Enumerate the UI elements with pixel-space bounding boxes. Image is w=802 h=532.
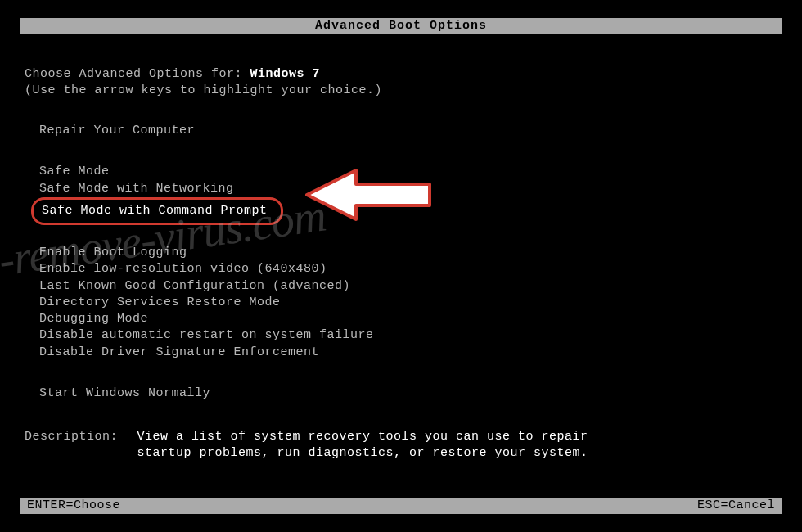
description-line1: View a list of system recovery tools you… [137, 430, 588, 444]
menu-item-start-normal[interactable]: Start Windows Normally [39, 385, 374, 402]
menu-item-disable-driver-sig[interactable]: Disable Driver Signature Enforcement [39, 345, 374, 361]
enter-hint: ENTER=Choose [27, 498, 120, 512]
description-text: View a list of system recovery tools you… [137, 429, 588, 462]
arrow-hint: (Use the arrow keys to highlight your ch… [25, 83, 382, 97]
menu-item-ds-restore[interactable]: Directory Services Restore Mode [39, 295, 374, 311]
os-name: Windows 7 [250, 67, 321, 81]
menu-item-safe-mode-cmd-highlight[interactable]: Safe Mode with Command Prompt [31, 197, 283, 225]
menu-item-debugging[interactable]: Debugging Mode [39, 311, 374, 327]
description-label: Description: [25, 429, 129, 445]
menu-item-last-good[interactable]: Last Known Good Configuration (advanced) [39, 278, 374, 295]
menu-item-repair[interactable]: Repair Your Computer [39, 123, 374, 139]
title-text: Advanced Boot Options [315, 19, 487, 33]
menu-item-boot-logging[interactable]: Enable Boot Logging [39, 245, 374, 261]
menu-item-low-res[interactable]: Enable low-resolution video (640x480) [39, 261, 374, 277]
esc-hint: ESC=Cancel [697, 498, 775, 514]
menu-item-disable-restart[interactable]: Disable automatic restart on system fail… [39, 327, 374, 344]
bottom-bar: ENTER=Choose ESC=Cancel [20, 498, 782, 514]
boot-menu: Repair Your Computer Safe Mode Safe Mode… [39, 123, 374, 402]
arrow-annotation-icon [299, 166, 438, 223]
description-line2: startup problems, run diagnostics, or re… [137, 446, 588, 460]
choose-line: Choose Advanced Options for: Windows 7 [25, 67, 320, 81]
choose-prefix: Choose Advanced Options for: [25, 67, 250, 81]
title-bar: Advanced Boot Options [20, 18, 782, 34]
description-block: Description: View a list of system recov… [25, 429, 588, 462]
